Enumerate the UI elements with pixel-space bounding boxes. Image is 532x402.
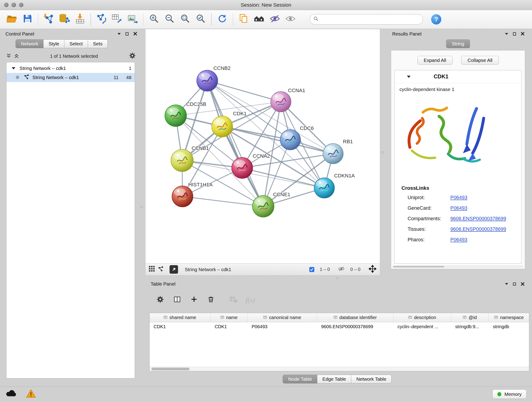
open-session-button[interactable] bbox=[4, 12, 20, 27]
network-node-hist1h1a[interactable]: HIST1H1A bbox=[172, 182, 212, 207]
panel-menu-icon[interactable] bbox=[505, 33, 508, 35]
column-header[interactable]: database identifier bbox=[317, 313, 393, 322]
tab-string[interactable]: String bbox=[446, 39, 470, 48]
horizontal-scrollbar[interactable] bbox=[393, 265, 524, 268]
tab-edge-table[interactable]: Edge Table bbox=[317, 375, 351, 383]
column-header[interactable]: description bbox=[393, 313, 451, 322]
zoom-out-button[interactable] bbox=[162, 12, 177, 27]
add-column-button[interactable] bbox=[187, 294, 201, 306]
search-input[interactable] bbox=[321, 17, 419, 22]
tree-expander-icon[interactable] bbox=[12, 67, 15, 70]
save-icon bbox=[22, 13, 32, 25]
panel-menu-icon[interactable] bbox=[118, 33, 121, 35]
cloud-button[interactable] bbox=[6, 390, 17, 399]
float-panel-icon[interactable] bbox=[513, 283, 516, 286]
memory-button[interactable]: Memory bbox=[492, 389, 526, 399]
grid-view-icon[interactable] bbox=[149, 266, 155, 273]
delete-column-button[interactable] bbox=[204, 294, 218, 306]
protein-name: CDK1 bbox=[434, 74, 449, 80]
crosslink-link[interactable]: P06493 bbox=[450, 195, 467, 201]
copy-button[interactable] bbox=[236, 12, 251, 27]
network-view-icon[interactable] bbox=[158, 266, 164, 273]
network-canvas[interactable]: CCNB2CCNA1CDC25BCDK1CDC6RB1CCNB1CCNA2CDK… bbox=[145, 29, 380, 263]
node-selection-count: 1 – 0 bbox=[320, 267, 330, 272]
right-splitter-handle[interactable] bbox=[381, 151, 384, 153]
show-columns-button[interactable] bbox=[170, 294, 184, 306]
show-all-networks-button[interactable] bbox=[251, 12, 267, 27]
collapse-all-button[interactable]: Collapse All bbox=[461, 56, 499, 65]
hide-selected-button[interactable] bbox=[267, 12, 283, 27]
network-from-table-button[interactable] bbox=[109, 12, 125, 27]
crosslink-row: GeneCard: P06493 bbox=[395, 203, 521, 214]
tab-sets[interactable]: Sets bbox=[88, 39, 108, 48]
column-header[interactable]: canonical name bbox=[248, 313, 317, 322]
crosslink-link[interactable]: P06493 bbox=[450, 205, 467, 211]
network-node-cdkn1a[interactable]: CDKN1A bbox=[314, 173, 355, 198]
column-header[interactable]: shared name bbox=[150, 313, 211, 322]
node-label: CCNA1 bbox=[288, 88, 305, 93]
control-panel: Control Panel Network Style Select Sets … bbox=[0, 29, 142, 386]
zoom-selected-button[interactable] bbox=[193, 12, 209, 27]
crosslink-link[interactable]: 9606.ENSP00000378699 bbox=[450, 226, 506, 232]
save-session-button[interactable] bbox=[20, 12, 35, 27]
column-header[interactable]: name bbox=[210, 313, 247, 322]
network-node-cdk1[interactable]: CDK1 bbox=[212, 111, 247, 137]
help-button[interactable]: ? bbox=[431, 14, 441, 24]
tab-network-table[interactable]: Network Table bbox=[351, 375, 392, 383]
tab-select[interactable]: Select bbox=[64, 39, 88, 48]
zoom-out-icon bbox=[165, 13, 175, 25]
network-node-ccnb2[interactable]: CCNB2 bbox=[196, 65, 230, 91]
network-node-rb1[interactable]: RB1 bbox=[323, 138, 353, 164]
table-row[interactable]: CDK1 CDK1 P06493 9606.ENSP00000378699 cy… bbox=[150, 322, 529, 331]
column-header[interactable]: namespace bbox=[489, 313, 529, 322]
selected-nodes-icon[interactable] bbox=[309, 267, 314, 272]
table-options-button[interactable] bbox=[153, 294, 167, 306]
tab-node-table[interactable]: Node Table bbox=[283, 375, 317, 383]
crosslink-link[interactable]: P06493 bbox=[450, 237, 467, 243]
pan-move-icon[interactable] bbox=[369, 265, 376, 274]
network-edges bbox=[176, 81, 333, 206]
show-selected-button[interactable] bbox=[283, 12, 298, 27]
close-panel-icon[interactable] bbox=[521, 281, 525, 287]
close-panel-icon[interactable] bbox=[133, 31, 137, 37]
import-network-file-button[interactable] bbox=[41, 12, 57, 27]
collapse-all-networks-icon[interactable] bbox=[6, 53, 11, 59]
expand-all-button[interactable]: Expand All bbox=[418, 56, 452, 65]
detach-view-button[interactable] bbox=[170, 265, 178, 274]
gear-icon[interactable] bbox=[129, 52, 136, 61]
close-panel-icon[interactable] bbox=[521, 31, 525, 37]
network-edge[interactable] bbox=[182, 196, 263, 206]
export-image-button[interactable] bbox=[125, 12, 140, 27]
network-row-selected[interactable]: String Network – cdk1 11 48 bbox=[6, 73, 135, 82]
refresh-layout-button[interactable] bbox=[215, 12, 230, 27]
toolbar-separator bbox=[38, 13, 38, 26]
tab-style[interactable]: Style bbox=[43, 39, 64, 48]
clone-network-button[interactable] bbox=[94, 12, 109, 27]
float-panel-icon[interactable] bbox=[126, 32, 128, 35]
zoom-in-button[interactable] bbox=[146, 12, 162, 27]
section-expander-icon[interactable] bbox=[407, 76, 411, 78]
warning-button[interactable] bbox=[26, 389, 36, 400]
function-builder-button[interactable]: f(x) bbox=[244, 294, 257, 306]
delete-table-button[interactable] bbox=[227, 294, 240, 306]
float-panel-icon[interactable] bbox=[513, 32, 516, 35]
hidden-edges-icon[interactable] bbox=[338, 266, 345, 273]
scrollbar-thumb[interactable] bbox=[393, 266, 444, 268]
network-graph[interactable]: CCNB2CCNA1CDC25BCDK1CDC6RB1CCNB1CCNA2CDK… bbox=[146, 29, 380, 263]
expand-all-networks-icon[interactable] bbox=[14, 53, 19, 59]
node-label: CCNB2 bbox=[213, 65, 230, 71]
horizontal-scrollbar[interactable] bbox=[150, 367, 529, 371]
panel-menu-icon[interactable] bbox=[505, 283, 508, 285]
crosslink-link[interactable]: 9606.ENSP00000378699 bbox=[450, 216, 506, 222]
column-header[interactable]: @id bbox=[451, 313, 489, 322]
network-node-ccna1[interactable]: CCNA1 bbox=[271, 88, 305, 112]
import-table-button[interactable] bbox=[72, 12, 88, 27]
network-edge[interactable] bbox=[207, 81, 263, 206]
tab-network[interactable]: Network bbox=[16, 39, 44, 48]
scrollbar-thumb[interactable] bbox=[152, 368, 190, 370]
zoom-fit-button[interactable] bbox=[177, 12, 193, 27]
network-collection-row[interactable]: String Network – cdk1 1 bbox=[6, 64, 135, 73]
left-splitter-handle[interactable] bbox=[140, 206, 143, 208]
network-node-ccnb1[interactable]: CCNB1 bbox=[171, 145, 209, 172]
import-network-database-button[interactable] bbox=[57, 12, 72, 27]
